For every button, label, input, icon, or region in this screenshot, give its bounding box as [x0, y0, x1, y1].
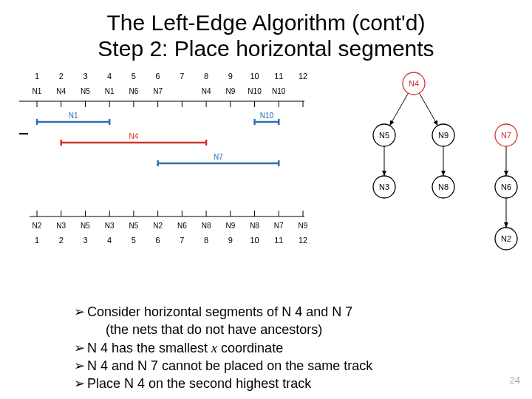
- svg-text:N7: N7: [274, 222, 284, 230]
- svg-text:5: 5: [132, 72, 136, 81]
- svg-text:6: 6: [156, 72, 160, 81]
- bullet-2: ➢N 4 has the smallest x coordinate: [74, 339, 372, 357]
- svg-text:N2: N2: [33, 222, 42, 230]
- svg-text:N7: N7: [501, 131, 511, 140]
- svg-text:N1: N1: [69, 112, 78, 120]
- title-line-2: Step 2: Place horizontal segments: [0, 36, 532, 62]
- svg-text:N9: N9: [438, 131, 449, 140]
- track-diagram: 123456789101112N1N4N5N1N6N7N4N9N10N10N1N…: [15, 69, 310, 276]
- bullet-2-x: x: [211, 341, 217, 355]
- bullet-arrow-icon: ➢: [74, 375, 87, 392]
- svg-text:3: 3: [83, 72, 87, 81]
- svg-text:N8: N8: [250, 222, 259, 230]
- bullet-1: ➢Consider horizontal segments of N 4 and…: [74, 303, 372, 321]
- bullet-arrow-icon: ➢: [74, 303, 87, 321]
- svg-text:N2: N2: [501, 234, 511, 243]
- svg-text:12: 12: [299, 72, 307, 81]
- content-area: 123456789101112N1N4N5N1N6N7N4N9N10N10N1N…: [0, 61, 532, 283]
- svg-text:1: 1: [35, 236, 39, 245]
- bullet-3-text: N 4 and N 7 cannot be placed on the same…: [87, 358, 372, 373]
- svg-text:N8: N8: [202, 222, 211, 230]
- svg-text:12: 12: [299, 236, 307, 245]
- title-line-1: The Left-Edge Algorithm (cont'd): [0, 10, 532, 36]
- svg-text:2: 2: [59, 72, 64, 81]
- svg-text:N7: N7: [214, 153, 223, 161]
- bullet-arrow-icon: ➢: [74, 357, 87, 375]
- svg-text:N10: N10: [248, 87, 262, 95]
- bullet-2-pre: N 4 has the smallest: [87, 341, 211, 355]
- svg-text:N4: N4: [202, 87, 211, 95]
- svg-text:N9: N9: [299, 222, 308, 230]
- svg-text:N8: N8: [438, 183, 449, 191]
- svg-text:11: 11: [274, 236, 283, 245]
- svg-text:4: 4: [107, 236, 112, 245]
- svg-text:N6: N6: [501, 183, 511, 191]
- svg-text:N5: N5: [81, 87, 90, 95]
- svg-text:N4: N4: [129, 132, 139, 140]
- svg-text:N5: N5: [81, 222, 90, 230]
- svg-text:1: 1: [35, 72, 39, 81]
- svg-text:9: 9: [228, 236, 233, 245]
- svg-text:3: 3: [83, 236, 87, 245]
- svg-text:N6: N6: [129, 87, 139, 95]
- svg-text:4: 4: [107, 72, 112, 81]
- svg-text:N7: N7: [153, 87, 163, 95]
- svg-text:5: 5: [132, 236, 136, 245]
- bullet-1-sub-text: (the nets that do not have ancestors): [106, 322, 322, 337]
- svg-text:10: 10: [250, 236, 259, 245]
- svg-line-89: [389, 93, 408, 126]
- svg-text:9: 9: [228, 72, 233, 81]
- vcg-tree: N4N5N9N3N8N7N6N2: [362, 69, 525, 261]
- bullet-list: ➢Consider horizontal segments of N 4 and…: [74, 303, 372, 392]
- svg-text:N1: N1: [33, 87, 42, 95]
- track-svg: 123456789101112N1N4N5N1N6N7N4N9N10N10N1N…: [15, 69, 310, 276]
- svg-text:8: 8: [204, 236, 208, 245]
- svg-text:N3: N3: [379, 183, 389, 191]
- svg-text:6: 6: [156, 236, 160, 245]
- bullet-1-sub: (the nets that do not have ancestors): [74, 321, 372, 338]
- svg-line-90: [419, 93, 437, 126]
- svg-text:11: 11: [274, 72, 283, 81]
- tree-svg: N4N5N9N3N8N7N6N2: [362, 69, 525, 261]
- svg-text:N10: N10: [260, 112, 274, 120]
- svg-text:N2: N2: [153, 222, 163, 230]
- svg-text:7: 7: [180, 236, 184, 245]
- bullet-4-text: Place N 4 on the second highest track: [87, 376, 311, 391]
- page-number: 24: [510, 375, 520, 386]
- svg-text:N10: N10: [272, 87, 286, 95]
- svg-text:8: 8: [204, 72, 208, 81]
- bullet-2-post: coordinate: [217, 341, 283, 355]
- bullet-1-text: Consider horizontal segments of N 4 and …: [87, 304, 352, 319]
- bullet-4: ➢Place N 4 on the second highest track: [74, 375, 372, 392]
- slide-title: The Left-Edge Algorithm (cont'd) Step 2:…: [0, 10, 532, 61]
- svg-text:N5: N5: [129, 222, 139, 230]
- svg-text:7: 7: [180, 72, 184, 81]
- svg-text:10: 10: [250, 72, 259, 81]
- svg-text:N1: N1: [105, 87, 115, 95]
- svg-text:N3: N3: [105, 222, 115, 230]
- bullet-arrow-icon: ➢: [74, 339, 87, 357]
- svg-text:N4: N4: [409, 79, 419, 88]
- svg-text:N3: N3: [56, 222, 66, 230]
- svg-text:N9: N9: [225, 87, 235, 95]
- svg-text:N6: N6: [177, 222, 187, 230]
- svg-text:N9: N9: [225, 222, 235, 230]
- bullet-3: ➢N 4 and N 7 cannot be placed on the sam…: [74, 357, 372, 375]
- svg-text:N4: N4: [56, 87, 66, 95]
- svg-text:N5: N5: [379, 131, 389, 140]
- svg-text:2: 2: [59, 236, 64, 245]
